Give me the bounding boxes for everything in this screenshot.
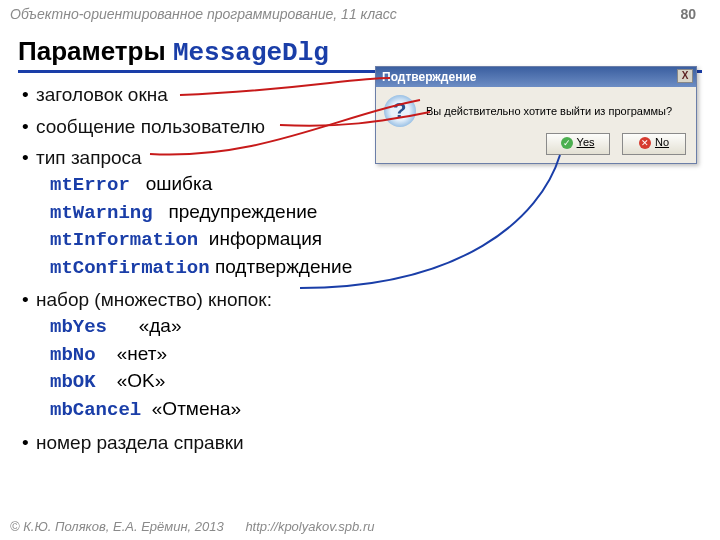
footer: © К.Ю. Поляков, Е.А. Ерёмин, 2013 http:/… [0,514,720,540]
confirm-dialog: Подтверждение X Вы действительно хотите … [375,66,697,164]
type-desc: подтверждение [215,256,352,277]
btn-desc: «Отмена» [152,398,241,419]
dialog-title-text: Подтверждение [382,70,476,84]
check-icon: ✓ [561,137,573,149]
copyright: © К.Ю. Поляков, Е.А. Ерёмин, 2013 [10,519,224,534]
btn-code: mbOK [50,371,96,393]
dialog-titlebar: Подтверждение X [376,67,696,87]
type-desc: предупреждение [168,201,317,222]
bullet-type: тип запроса mtError ошибка mtWarning пре… [22,145,702,281]
type-code: mtWarning [50,202,153,224]
type-code: mtError [50,174,130,196]
btn-desc: «OK» [117,370,166,391]
dialog-buttons: ✓Yes ✕No [376,131,696,163]
question-icon [384,95,416,127]
bullet-buttons: набор (множество) кнопок: mbYes «да» mbN… [22,287,702,423]
course-label: Объектно-ориентированное программировани… [10,6,397,22]
close-icon[interactable]: X [677,69,693,83]
dialog-message: Вы действительно хотите выйти из програм… [426,105,672,117]
type-code: mtInformation [50,229,198,251]
footer-url: http://kpolyakov.spb.ru [245,519,374,534]
cross-icon: ✕ [639,137,651,149]
btn-code: mbYes [50,316,107,338]
page-title: Параметры MessageDlg [18,36,329,68]
title-text: Параметры [18,36,173,66]
type-desc: информация [209,228,322,249]
btn-code: mbNo [50,344,96,366]
btn-desc: «нет» [117,343,167,364]
title-code: MessageDlg [173,38,329,68]
btn-desc: «да» [139,315,182,336]
type-desc: ошибка [146,173,213,194]
btn-code: mbCancel [50,399,141,421]
no-button[interactable]: ✕No [622,133,686,155]
type-code: mtConfirmation [50,257,210,279]
bullet-help: номер раздела справки [22,430,702,456]
dialog-body: Вы действительно хотите выйти из програм… [376,87,696,131]
page-number: 80 [680,6,696,22]
header: Объектно-ориентированное программировани… [0,0,720,28]
yes-button[interactable]: ✓Yes [546,133,610,155]
